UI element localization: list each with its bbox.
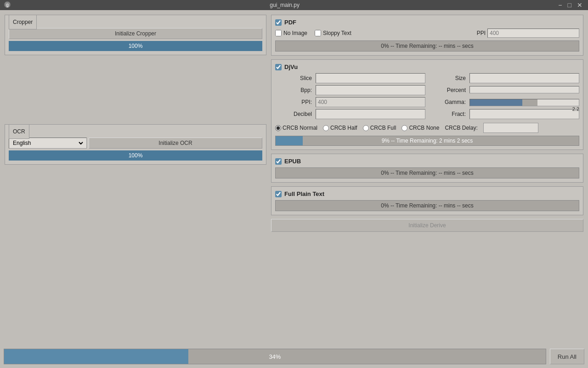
run-all-button[interactable]: Run All [550, 349, 584, 364]
svg-text:g: g [6, 2, 9, 7]
djvu-ppi-label: PPI: [275, 99, 312, 105]
size-label: Size [429, 75, 466, 81]
ocr-group-label: OCR [9, 124, 29, 139]
bottom-progress-bar: 34% [4, 349, 546, 364]
epub-header: EPUB [275, 158, 579, 165]
ocr-group: OCR English French German Spanish Initia… [5, 124, 266, 165]
crcb-full-option: CRCB Full [363, 125, 396, 131]
gamma-label: Gamma: [429, 99, 466, 105]
djvu-title: DjVu [284, 63, 298, 70]
djvu-progress-text: 9% -- Time Remaining: 2 mins 2 secs [382, 138, 473, 144]
djvu-ppi-input[interactable] [316, 97, 425, 107]
fract-label: Fract: [429, 111, 466, 117]
pdf-ppi: PPI [477, 29, 579, 38]
maximize-button[interactable]: □ [566, 1, 573, 9]
slice-label: Slice [275, 75, 312, 81]
initialize-ocr-button[interactable]: Initialize OCR [89, 138, 262, 149]
pdf-header: PDF [275, 19, 579, 26]
crcb-half-option: CRCB Half [323, 125, 357, 131]
crcb-normal-label: CRCB Normal [283, 125, 317, 131]
gamma-track[interactable] [469, 99, 579, 106]
fpt-header: Full Plain Text [275, 190, 579, 197]
app-icon: g [4, 1, 11, 8]
close-button[interactable]: ✕ [575, 1, 584, 9]
djvu-header: DjVu [275, 63, 579, 70]
cropper-group-label: Cropper [9, 15, 37, 29]
djvu-section: DjVu Slice Size Bpp: Percent PPI: Gamma: [271, 59, 583, 150]
language-dropdown[interactable]: English French German Spanish [11, 139, 85, 147]
main-content: Cropper Initialize Cropper 100% OCR Engl… [0, 10, 588, 345]
slice-input[interactable] [316, 73, 425, 83]
bottom-progress-text: 34% [269, 353, 281, 360]
cropper-group: Cropper Initialize Cropper 100% [5, 15, 266, 55]
decibel-input[interactable] [316, 109, 425, 119]
initialize-derive-button[interactable]: Initialize Derive [271, 219, 583, 232]
ocr-controls-row: English French German Spanish Initialize… [9, 138, 262, 149]
fpt-status-bar: 0% -- Time Remaining: -- mins -- secs [275, 200, 579, 211]
fpt-title: Full Plain Text [284, 190, 324, 197]
ocr-progress-text: 100% [129, 152, 143, 159]
bottom-bar: 34% Run All [0, 345, 588, 368]
crcb-half-radio[interactable] [323, 125, 329, 131]
minimize-button[interactable]: − [556, 1, 564, 9]
djvu-checkbox[interactable] [275, 64, 282, 70]
fpt-section: Full Plain Text 0% -- Time Remaining: --… [271, 186, 583, 215]
left-panel: Cropper Initialize Cropper 100% OCR Engl… [5, 15, 266, 340]
gamma-value: 2.2 [572, 106, 579, 112]
epub-section: EPUB 0% -- Time Remaining: -- mins -- se… [271, 154, 583, 183]
pdf-title: PDF [284, 19, 296, 26]
no-image-checkbox[interactable] [275, 30, 282, 36]
initialize-cropper-button[interactable]: Initialize Cropper [9, 28, 262, 39]
crcb-none-radio[interactable] [401, 125, 407, 131]
crcb-delay-label: CRCB Delay: [445, 125, 477, 131]
crcb-normal-radio[interactable] [275, 125, 281, 131]
no-image-option: No Image [275, 30, 307, 36]
cropper-inner: Initialize Cropper 100% [9, 28, 262, 51]
decibel-label: Decibel [275, 111, 312, 117]
gamma-fill-right [522, 99, 537, 106]
crcb-none-option: CRCB None [401, 125, 439, 131]
pdf-status-bar: 0% -- Time Remaining: -- mins -- secs [275, 40, 579, 52]
crcb-none-label: CRCB None [409, 125, 439, 131]
pdf-ppi-input[interactable] [487, 29, 579, 38]
fpt-checkbox[interactable] [275, 191, 282, 197]
gamma-fill-left [470, 99, 522, 106]
cropper-progress-text: 100% [129, 43, 143, 49]
percent-label: Percent [429, 87, 466, 93]
crcb-normal-option: CRCB Normal [275, 125, 317, 131]
window-controls: − □ ✕ [556, 1, 584, 9]
crcb-full-label: CRCB Full [370, 125, 396, 131]
pdf-options: No Image Sloppy Text PPI [275, 29, 579, 38]
bpp-label: Bpp: [275, 87, 312, 93]
right-panel: PDF No Image Sloppy Text PPI 0% -- Time … [271, 15, 583, 340]
bpp-input[interactable] [316, 85, 425, 95]
sloppy-text-label: Sloppy Text [323, 30, 351, 36]
window-title: gui_main.py [13, 2, 556, 8]
epub-status-bar: 0% -- Time Remaining: -- mins -- secs [275, 167, 579, 178]
no-image-label: No Image [283, 30, 307, 36]
crcb-row: CRCB Normal CRCB Half CRCB Full CRCB Non… [275, 123, 579, 133]
crcb-full-radio[interactable] [363, 125, 369, 131]
epub-title: EPUB [284, 158, 301, 165]
pdf-ppi-label: PPI [477, 30, 486, 36]
crcb-delay-input[interactable] [483, 123, 538, 133]
pdf-checkbox[interactable] [275, 19, 282, 26]
epub-checkbox[interactable] [275, 158, 282, 165]
ocr-progress-bar: 100% [9, 150, 262, 161]
sloppy-text-checkbox[interactable] [315, 30, 321, 36]
djvu-grid: Slice Size Bpp: Percent PPI: Gamma: [275, 73, 579, 119]
cropper-progress-bar: 100% [9, 41, 262, 51]
titlebar: g gui_main.py − □ ✕ [0, 0, 588, 10]
bottom-progress-fill [4, 349, 188, 364]
percent-slider[interactable] [469, 86, 579, 93]
size-input[interactable] [469, 73, 579, 83]
language-selector[interactable]: English French German Spanish [9, 138, 87, 149]
pdf-section: PDF No Image Sloppy Text PPI 0% -- Time … [271, 15, 583, 56]
gamma-container: 2.2 [469, 98, 579, 106]
fract-input[interactable] [469, 109, 579, 119]
percent-slider-container [469, 85, 579, 95]
crcb-half-label: CRCB Half [330, 125, 357, 131]
djvu-progress-fill [276, 136, 303, 145]
djvu-progress-bar: 9% -- Time Remaining: 2 mins 2 secs [275, 136, 579, 146]
sloppy-text-option: Sloppy Text [315, 30, 351, 36]
